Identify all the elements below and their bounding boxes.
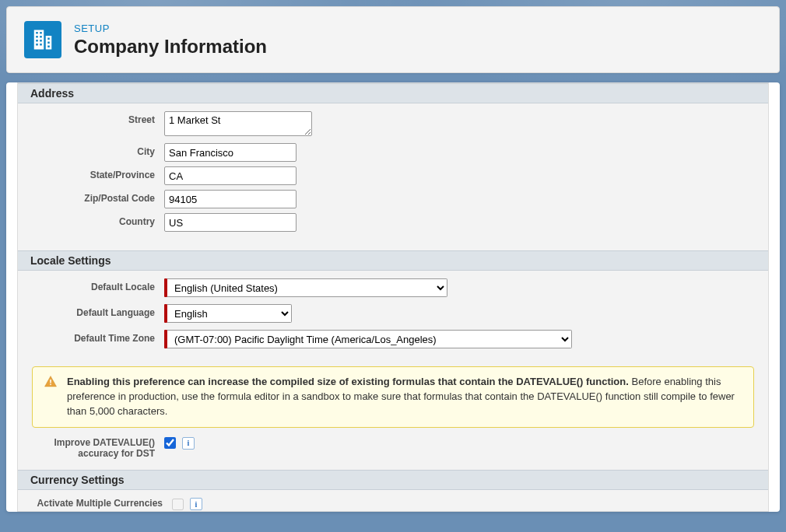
section-body-address: Street 1 Market St City State/Province Z… <box>18 103 768 250</box>
label-datevalue: Improve DATEVALUE() accuracy for DST <box>32 437 164 460</box>
label-country: Country <box>32 213 164 227</box>
section-body-locale: Default Locale English (United States) D… <box>18 271 768 360</box>
breadcrumb: SETUP <box>74 23 267 34</box>
country-input[interactable] <box>164 213 297 232</box>
zip-input[interactable] <box>164 190 297 208</box>
label-street: Street <box>32 111 164 125</box>
default-language-select[interactable]: English <box>167 304 292 323</box>
content-panel: Address Street 1 Market St City State/Pr… <box>6 82 780 512</box>
street-input[interactable]: 1 Market St <box>164 111 312 136</box>
label-activate-currencies: Activate Multiple Currencies <box>32 498 172 509</box>
activate-currencies-checkbox[interactable] <box>172 499 184 510</box>
datevalue-checkbox[interactable] <box>164 437 176 449</box>
info-icon[interactable]: i <box>190 498 202 510</box>
section-header-address: Address <box>18 83 768 103</box>
default-locale-select[interactable]: English (United States) <box>167 278 447 297</box>
building-icon <box>24 21 61 58</box>
content-scroll[interactable]: Address Street 1 Market St City State/Pr… <box>17 82 769 512</box>
svg-rect-1 <box>50 384 51 386</box>
warning-icon <box>44 375 58 419</box>
page-title: Company Information <box>74 36 267 58</box>
label-default-timezone: Default Time Zone <box>32 330 164 344</box>
section-header-locale: Locale Settings <box>18 250 768 271</box>
label-zip: Zip/Postal Code <box>32 190 164 204</box>
warning-bold-text: Enabling this preference can increase th… <box>67 376 629 387</box>
info-icon[interactable]: i <box>182 437 195 450</box>
label-state: State/Province <box>32 166 164 180</box>
label-default-language: Default Language <box>32 304 164 318</box>
section-header-currency: Currency Settings <box>18 470 768 490</box>
datevalue-warning: Enabling this preference can increase th… <box>32 366 754 428</box>
label-city: City <box>32 143 164 157</box>
label-default-locale: Default Locale <box>32 278 164 292</box>
page-header: SETUP Company Information <box>6 6 780 73</box>
state-input[interactable] <box>164 166 297 185</box>
city-input[interactable] <box>164 143 297 162</box>
datevalue-row: Improve DATEVALUE() accuracy for DST i <box>18 434 768 471</box>
svg-rect-0 <box>50 380 51 383</box>
activate-currencies-row: Activate Multiple Currencies i <box>18 490 768 512</box>
default-timezone-select[interactable]: (GMT-07:00) Pacific Daylight Time (Ameri… <box>167 330 572 348</box>
